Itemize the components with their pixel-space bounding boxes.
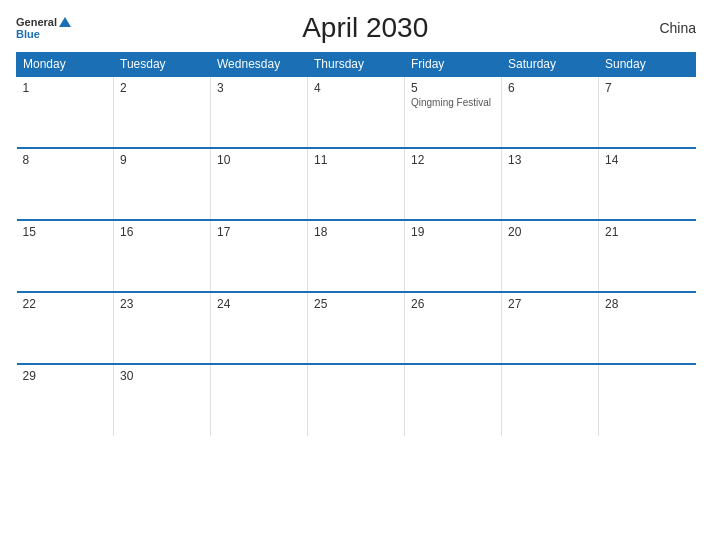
calendar-cell: 2 xyxy=(114,76,211,148)
calendar-body: 12345Qingming Festival678910111213141516… xyxy=(17,76,696,436)
calendar-cell: 24 xyxy=(211,292,308,364)
calendar-page: General Blue April 2030 China MondayTues… xyxy=(0,0,712,550)
logo-blue-text: Blue xyxy=(16,28,40,40)
calendar-cell: 17 xyxy=(211,220,308,292)
calendar-cell: 28 xyxy=(599,292,696,364)
calendar-cell: 19 xyxy=(405,220,502,292)
calendar-cell: 14 xyxy=(599,148,696,220)
day-number: 27 xyxy=(508,297,592,311)
calendar-cell: 12 xyxy=(405,148,502,220)
calendar-cell: 10 xyxy=(211,148,308,220)
calendar-cell: 8 xyxy=(17,148,114,220)
day-number: 7 xyxy=(605,81,690,95)
calendar-header: MondayTuesdayWednesdayThursdayFridaySatu… xyxy=(17,53,696,77)
day-number: 5 xyxy=(411,81,495,95)
holiday-label: Qingming Festival xyxy=(411,97,495,108)
weekday-header-saturday: Saturday xyxy=(502,53,599,77)
calendar-cell xyxy=(308,364,405,436)
calendar-cell xyxy=(405,364,502,436)
calendar-cell: 25 xyxy=(308,292,405,364)
day-number: 8 xyxy=(23,153,108,167)
day-number: 13 xyxy=(508,153,592,167)
calendar-cell xyxy=(502,364,599,436)
calendar-cell: 1 xyxy=(17,76,114,148)
header: General Blue April 2030 China xyxy=(16,12,696,44)
title-area: April 2030 xyxy=(71,12,659,44)
calendar-cell xyxy=(599,364,696,436)
calendar-cell: 4 xyxy=(308,76,405,148)
calendar-cell: 5Qingming Festival xyxy=(405,76,502,148)
day-number: 12 xyxy=(411,153,495,167)
calendar-table: MondayTuesdayWednesdayThursdayFridaySatu… xyxy=(16,52,696,436)
calendar-week-row: 15161718192021 xyxy=(17,220,696,292)
calendar-cell: 9 xyxy=(114,148,211,220)
calendar-cell: 30 xyxy=(114,364,211,436)
logo: General Blue xyxy=(16,16,71,40)
calendar-cell: 29 xyxy=(17,364,114,436)
day-number: 20 xyxy=(508,225,592,239)
calendar-cell: 22 xyxy=(17,292,114,364)
day-number: 23 xyxy=(120,297,204,311)
day-number: 15 xyxy=(23,225,108,239)
day-number: 21 xyxy=(605,225,690,239)
calendar-week-row: 891011121314 xyxy=(17,148,696,220)
day-number: 1 xyxy=(23,81,108,95)
calendar-cell: 3 xyxy=(211,76,308,148)
weekday-header-friday: Friday xyxy=(405,53,502,77)
day-number: 17 xyxy=(217,225,301,239)
calendar-week-row: 12345Qingming Festival67 xyxy=(17,76,696,148)
calendar-cell xyxy=(211,364,308,436)
calendar-cell: 11 xyxy=(308,148,405,220)
day-number: 18 xyxy=(314,225,398,239)
day-number: 3 xyxy=(217,81,301,95)
weekday-header-tuesday: Tuesday xyxy=(114,53,211,77)
country-label: China xyxy=(659,20,696,36)
calendar-title: April 2030 xyxy=(302,12,428,43)
calendar-cell: 18 xyxy=(308,220,405,292)
calendar-cell: 26 xyxy=(405,292,502,364)
day-number: 6 xyxy=(508,81,592,95)
day-number: 24 xyxy=(217,297,301,311)
logo-triangle-icon xyxy=(59,17,71,27)
day-number: 16 xyxy=(120,225,204,239)
day-number: 11 xyxy=(314,153,398,167)
calendar-cell: 13 xyxy=(502,148,599,220)
calendar-cell: 27 xyxy=(502,292,599,364)
calendar-cell: 21 xyxy=(599,220,696,292)
calendar-week-row: 2930 xyxy=(17,364,696,436)
calendar-cell: 16 xyxy=(114,220,211,292)
day-number: 29 xyxy=(23,369,108,383)
weekday-header-sunday: Sunday xyxy=(599,53,696,77)
day-number: 10 xyxy=(217,153,301,167)
day-number: 4 xyxy=(314,81,398,95)
weekday-header-thursday: Thursday xyxy=(308,53,405,77)
day-number: 9 xyxy=(120,153,204,167)
weekday-header-row: MondayTuesdayWednesdayThursdayFridaySatu… xyxy=(17,53,696,77)
day-number: 30 xyxy=(120,369,204,383)
weekday-header-monday: Monday xyxy=(17,53,114,77)
day-number: 25 xyxy=(314,297,398,311)
calendar-cell: 20 xyxy=(502,220,599,292)
day-number: 2 xyxy=(120,81,204,95)
weekday-header-wednesday: Wednesday xyxy=(211,53,308,77)
calendar-cell: 7 xyxy=(599,76,696,148)
calendar-cell: 6 xyxy=(502,76,599,148)
day-number: 26 xyxy=(411,297,495,311)
day-number: 19 xyxy=(411,225,495,239)
calendar-cell: 23 xyxy=(114,292,211,364)
day-number: 14 xyxy=(605,153,690,167)
calendar-week-row: 22232425262728 xyxy=(17,292,696,364)
logo-general-text: General xyxy=(16,16,57,28)
day-number: 28 xyxy=(605,297,690,311)
calendar-cell: 15 xyxy=(17,220,114,292)
day-number: 22 xyxy=(23,297,108,311)
country-area: China xyxy=(659,19,696,37)
